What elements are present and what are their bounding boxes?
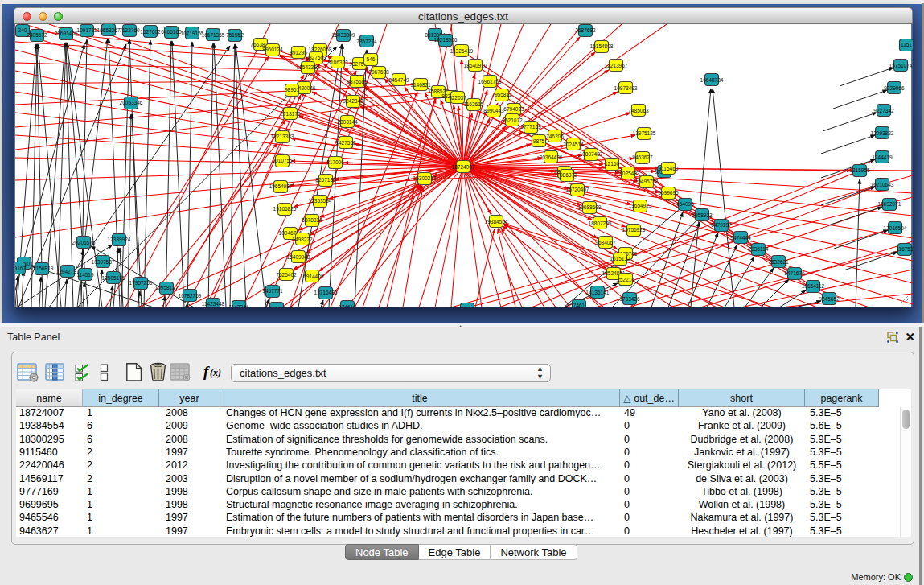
svg-text:2718170: 2718170 [280,111,301,117]
svg-text:7955812: 7955812 [491,92,512,97]
svg-text:8427552: 8427552 [335,140,356,146]
svg-text:10688609: 10688609 [578,204,602,210]
svg-text:19756928: 19756928 [622,227,646,233]
svg-text:8990443: 8990443 [483,108,504,113]
svg-text:9227342: 9227342 [873,108,894,113]
svg-text:10653267: 10653267 [97,27,121,33]
svg-text:14136141: 14136141 [586,290,610,295]
svg-text:9115460: 9115460 [659,166,679,171]
svg-text:891295: 891295 [290,50,307,56]
svg-text:6479197: 6479197 [711,222,732,228]
svg-text:817006: 817006 [326,159,344,165]
svg-text:19384554: 19384554 [485,219,508,225]
svg-text:252214: 252214 [617,277,634,282]
svg-text:10397587: 10397587 [92,259,115,265]
svg-text:9329966: 9329966 [884,85,905,91]
svg-text:7357274: 7357274 [356,39,377,44]
svg-text:1621072: 1621072 [502,117,523,123]
svg-text:2687682: 2687682 [575,27,596,33]
svg-text:7461: 7461 [573,303,585,307]
svg-text:164095: 164095 [676,201,694,207]
svg-text:19495758: 19495758 [635,179,659,184]
svg-text:2935114: 2935114 [749,246,769,252]
svg-text:20691406: 20691406 [55,31,78,36]
svg-text:2967608: 2967608 [368,69,389,75]
svg-text:174619: 174619 [339,304,356,307]
svg-text:1162615: 1162615 [464,101,484,107]
svg-text:9777169: 9777169 [520,124,541,130]
svg-text:1498222: 1498222 [292,237,313,242]
svg-text:16648784: 16648784 [700,77,724,83]
svg-text:12213967: 12213967 [605,63,628,68]
svg-text:10973493: 10973493 [614,85,638,91]
svg-text:19166825: 19166825 [273,206,297,212]
svg-text:9245652: 9245652 [819,296,840,302]
svg-text:5958923: 5958923 [692,212,713,218]
svg-text:9875685: 9875685 [347,79,368,84]
svg-text:12505175: 12505175 [102,275,125,281]
svg-text:12160: 12160 [605,161,619,167]
svg-text:19654987: 19654987 [269,183,293,189]
svg-text:6794023: 6794023 [503,106,524,112]
svg-text:9457771: 9457771 [262,288,283,294]
svg-text:12213383: 12213383 [271,134,294,139]
svg-text:10807487: 10807487 [580,151,603,157]
svg-text:10654112: 10654112 [802,283,825,289]
svg-text:12093822: 12093822 [871,130,894,136]
svg-text:19218506: 19218506 [434,37,458,43]
svg-text:240: 240 [18,27,27,33]
svg-text:1142344: 1142344 [229,304,249,307]
svg-text:8267130: 8267130 [315,177,336,183]
svg-text:322037: 322037 [449,95,466,101]
svg-text:1151: 1151 [901,42,912,47]
svg-text:20206576: 20206576 [72,240,96,245]
svg-text:18724007: 18724007 [452,164,475,170]
svg-text:15692971: 15692971 [878,201,901,207]
svg-text:12156819: 12156819 [31,266,54,271]
svg-text:3024514: 3024514 [563,142,584,147]
svg-text:10025433: 10025433 [617,171,640,176]
svg-text:19654923: 19654923 [629,203,652,208]
svg-text:1615132: 1615132 [610,256,630,262]
svg-text:2405572: 2405572 [27,32,47,38]
svg-text:17957253: 17957253 [129,280,153,286]
svg-text:98961: 98961 [285,87,299,93]
svg-text:20364436: 20364436 [540,154,563,160]
svg-text:16154808: 16154808 [590,43,614,49]
svg-text:18807299: 18807299 [589,220,612,226]
svg-text:1244419: 1244419 [872,154,893,160]
svg-text:945: 945 [273,306,281,307]
svg-text:12353594: 12353594 [309,198,332,204]
svg-text:9327503: 9327503 [306,55,326,60]
svg-text:1091711: 1091711 [77,27,97,33]
svg-text:7132760: 7132760 [119,27,140,33]
svg-text:f: f [203,363,210,380]
svg-text:751552: 751552 [226,32,244,38]
svg-text:9242843: 9242843 [343,98,363,104]
svg-text:15409948: 15409948 [287,254,310,260]
svg-text:17016504: 17016504 [884,225,907,231]
svg-text:16671355: 16671355 [202,32,225,38]
svg-text:7485063: 7485063 [628,108,649,113]
svg-text:16210643: 16210643 [871,182,894,187]
svg-text:16543382: 16543382 [297,64,320,70]
svg-text:20053346: 20053346 [120,100,143,105]
svg-text:8960124: 8960124 [262,47,283,52]
svg-text:1010755: 1010755 [272,158,293,163]
svg-text:15720407: 15720407 [566,187,589,192]
svg-text:8454749: 8454749 [388,77,409,83]
svg-text:114519: 114519 [76,272,94,278]
svg-text:164: 164 [463,306,472,307]
svg-text:13975125: 13975125 [633,130,656,136]
svg-text:16782759: 16782759 [179,293,202,299]
svg-text:17339924: 17339924 [108,237,131,242]
svg-text:16961758: 16961758 [478,79,502,84]
svg-text:1527602: 1527602 [140,29,161,35]
svg-text:39167: 39167 [15,266,26,271]
svg-text:8186323: 8186323 [327,60,348,65]
svg-text:18640910: 18640910 [464,63,487,68]
svg-text:9474444: 9474444 [730,235,751,241]
svg-text:(x): (x) [210,367,221,378]
svg-text:15751074: 15751074 [889,63,913,68]
svg-text:7632621: 7632621 [768,259,789,265]
